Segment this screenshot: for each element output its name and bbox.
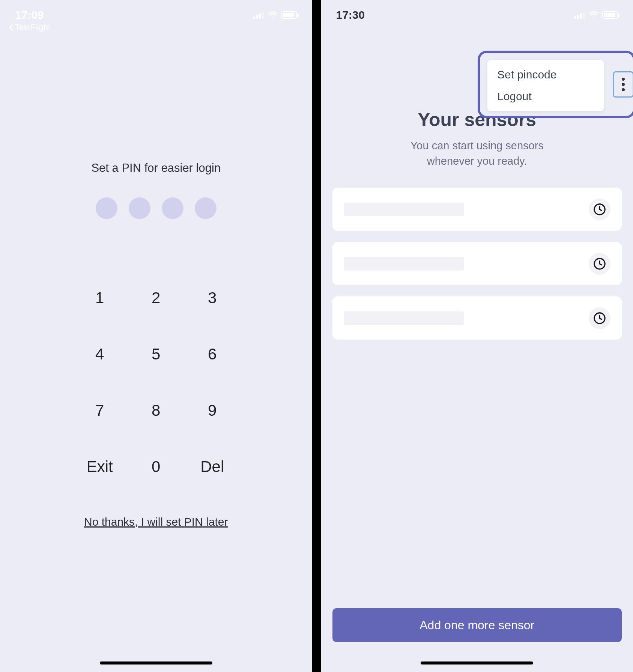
status-time: 17:30 bbox=[336, 9, 365, 21]
pin-keypad: 1 2 3 4 5 6 7 8 9 Exit 0 Del bbox=[72, 275, 241, 489]
clock-icon bbox=[589, 253, 610, 275]
pin-dots bbox=[96, 197, 217, 219]
add-sensor-button[interactable]: Add one more sensor bbox=[332, 608, 622, 642]
page-subtitle: You can start using sensors whenever you… bbox=[321, 138, 633, 168]
home-indicator[interactable] bbox=[100, 661, 212, 664]
back-to-app-link[interactable]: TestFlight bbox=[9, 23, 50, 32]
signal-icon bbox=[574, 11, 585, 19]
pin-title: Set a PIN for easier login bbox=[91, 161, 221, 175]
sensor-card[interactable] bbox=[332, 188, 622, 231]
signal-icon bbox=[253, 11, 264, 19]
key-8[interactable]: 8 bbox=[128, 401, 184, 419]
status-icons bbox=[253, 11, 297, 19]
menu-item-logout[interactable]: Logout bbox=[487, 86, 604, 107]
pin-dot bbox=[96, 197, 117, 219]
phone-sensors-screen: 17:30 Set pincode Logout Your sensors Yo… bbox=[321, 0, 633, 672]
key-5[interactable]: 5 bbox=[128, 345, 184, 363]
wifi-icon bbox=[589, 11, 598, 19]
sensor-card[interactable] bbox=[332, 296, 622, 340]
sensor-name-placeholder bbox=[344, 311, 464, 325]
phone-pin-screen: 17:09 TestFlight Set a PIN for easier lo… bbox=[0, 0, 312, 672]
sensor-card[interactable] bbox=[332, 242, 622, 285]
status-bar: 17:30 bbox=[321, 0, 633, 30]
more-vertical-icon bbox=[622, 78, 625, 81]
clock-icon bbox=[589, 198, 610, 220]
battery-icon bbox=[281, 11, 297, 19]
key-6[interactable]: 6 bbox=[184, 345, 241, 363]
sensor-list bbox=[332, 188, 622, 340]
add-sensor-label: Add one more sensor bbox=[419, 618, 534, 632]
key-del[interactable]: Del bbox=[184, 458, 241, 476]
back-to-app-label: TestFlight bbox=[15, 23, 50, 32]
key-4[interactable]: 4 bbox=[72, 345, 128, 363]
key-2[interactable]: 2 bbox=[128, 289, 184, 307]
battery-icon bbox=[602, 11, 618, 19]
wifi-icon bbox=[268, 11, 278, 19]
key-7[interactable]: 7 bbox=[72, 401, 128, 419]
key-exit[interactable]: Exit bbox=[72, 458, 128, 476]
menu-item-set-pincode[interactable]: Set pincode bbox=[487, 64, 604, 86]
skip-pin-link[interactable]: No thanks, I will set PIN later bbox=[84, 516, 228, 528]
pin-dot bbox=[129, 197, 150, 219]
home-indicator[interactable] bbox=[421, 661, 533, 664]
overflow-menu: Set pincode Logout bbox=[487, 60, 604, 111]
sensor-name-placeholder bbox=[344, 257, 464, 271]
overflow-menu-button[interactable] bbox=[613, 71, 633, 98]
pin-dot bbox=[162, 197, 183, 219]
status-icons bbox=[574, 11, 618, 19]
key-3[interactable]: 3 bbox=[184, 289, 241, 307]
key-1[interactable]: 1 bbox=[72, 289, 128, 307]
key-9[interactable]: 9 bbox=[184, 401, 241, 419]
key-0[interactable]: 0 bbox=[128, 458, 184, 476]
sensor-name-placeholder bbox=[344, 203, 464, 216]
pin-dot bbox=[195, 197, 217, 219]
chevron-left-icon bbox=[9, 24, 14, 31]
status-time: 17:09 bbox=[15, 9, 44, 21]
clock-icon bbox=[589, 307, 610, 329]
page-title: Your sensors bbox=[321, 109, 633, 131]
